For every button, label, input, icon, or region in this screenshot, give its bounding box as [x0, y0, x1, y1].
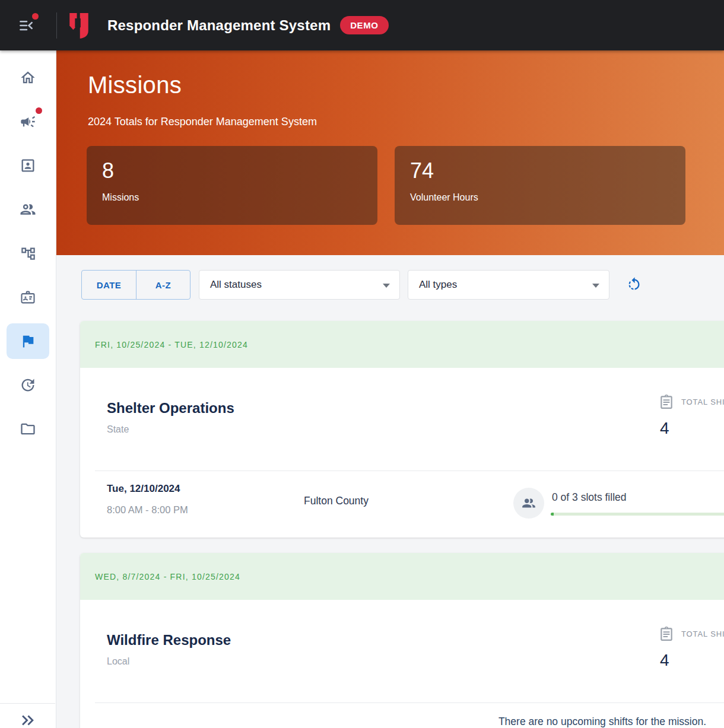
- sidebar-item-contacts[interactable]: [7, 148, 49, 183]
- mission-date-range-banner: FRI, 10/25/2024 - TUE, 12/10/2024: [80, 321, 724, 368]
- id-badge-icon: [20, 289, 36, 306]
- slots-progress-fill: [551, 513, 554, 516]
- topbar-divider: [56, 12, 57, 39]
- mission-card-body: Shelter Operations State TOTAL SHIFTS 4: [80, 368, 724, 471]
- people-small-icon: [521, 495, 536, 511]
- slots-progress-bar: [551, 513, 724, 516]
- slots-filled-text: 0 of 3 slots filled: [552, 491, 626, 504]
- megaphone-icon: [20, 113, 36, 130]
- sidebar-expand-button[interactable]: [18, 702, 38, 728]
- org-chart-icon: [20, 246, 36, 262]
- sort-alphabetical-button[interactable]: A-Z: [136, 271, 190, 299]
- stat-card-volunteer-hours: 74 Volunteer Hours: [395, 146, 685, 225]
- sidebar-item-files[interactable]: [7, 411, 49, 447]
- people-icon: [19, 201, 37, 218]
- shift-time: 8:00 AM - 8:00 PM: [107, 504, 188, 516]
- total-shifts-block: TOTAL SHIFTS 4: [659, 394, 724, 438]
- notification-dot: [32, 13, 39, 20]
- clipboard-icon: [659, 394, 674, 409]
- page-title: Missions: [88, 72, 724, 98]
- mission-card-shelter-operations[interactable]: FRI, 10/25/2024 - TUE, 12/10/2024 Shelte…: [80, 321, 724, 538]
- total-shifts-value: 4: [660, 651, 724, 670]
- slots-avatar: [513, 488, 544, 519]
- missions-count-label: Missions: [102, 192, 362, 203]
- mission-list: FRI, 10/25/2024 - TUE, 12/10/2024 Shelte…: [80, 321, 724, 728]
- mission-name: Wildfire Response: [107, 632, 724, 648]
- filter-bar: DATE A-Z All statuses All types: [56, 255, 724, 320]
- app-logo-icon: [66, 9, 91, 42]
- double-chevron-right-icon: [18, 710, 38, 728]
- page-subtitle: 2024 Totals for Responder Management Sys…: [88, 116, 724, 128]
- home-icon: [20, 69, 36, 86]
- volunteer-hours-label: Volunteer Hours: [410, 192, 670, 203]
- sort-by-date-button[interactable]: DATE: [82, 271, 136, 299]
- sidebar-item-home[interactable]: [7, 60, 49, 96]
- hero-header: Missions 2024 Totals for Responder Manag…: [56, 50, 724, 255]
- history-clock-icon: [20, 377, 36, 393]
- mission-level: Local: [107, 656, 724, 667]
- chevron-down-icon: [383, 284, 390, 288]
- stat-card-missions: 8 Missions: [87, 146, 377, 225]
- shift-date: Tue, 12/10/2024: [107, 483, 180, 495]
- sidebar: [0, 50, 56, 728]
- shift-row[interactable]: Tue, 12/10/2024 8:00 AM - 8:00 PM Fulton…: [80, 471, 724, 538]
- no-shifts-row: There are no upcoming shifts for the mis…: [80, 703, 724, 728]
- sidebar-footer: [0, 703, 55, 728]
- sort-toggle-group: DATE A-Z: [81, 270, 190, 300]
- sidebar-item-missions[interactable]: [7, 323, 49, 359]
- sidebar-item-id-badge[interactable]: [7, 279, 49, 315]
- no-upcoming-shifts-message: There are no upcoming shifts for the mis…: [498, 716, 706, 727]
- type-filter-dropdown[interactable]: All types: [408, 270, 609, 300]
- mission-name: Shelter Operations: [107, 400, 724, 417]
- type-filter-value: All types: [419, 279, 457, 291]
- total-shifts-block: TOTAL SHIFTS 4: [659, 626, 724, 670]
- clipboard-icon: [659, 626, 674, 641]
- refresh-button[interactable]: [626, 276, 642, 294]
- sidebar-item-history[interactable]: [7, 367, 49, 403]
- total-shifts-label: TOTAL SHIFTS: [681, 630, 724, 638]
- status-filter-dropdown[interactable]: All statuses: [199, 270, 400, 300]
- contact-card-icon: [20, 157, 36, 174]
- mission-date-range: WED, 8/7/2024 - FRI, 10/25/2024: [95, 572, 240, 581]
- mission-card-wildfire-response[interactable]: WED, 8/7/2024 - FRI, 10/25/2024 Wildfire…: [80, 553, 724, 728]
- mission-card-body: Wildfire Response Local TOTAL SHIFTS 4: [80, 600, 724, 702]
- missions-count: 8: [102, 159, 362, 183]
- volunteer-hours-count: 74: [410, 159, 670, 183]
- demo-badge: DEMO: [340, 16, 388, 34]
- app-title: Responder Management System: [107, 17, 331, 34]
- sidebar-item-announcements[interactable]: [7, 104, 49, 139]
- topbar: Responder Management System DEMO: [0, 0, 724, 50]
- chevron-down-icon: [592, 284, 599, 288]
- refresh-icon: [626, 276, 642, 293]
- mission-date-range-banner: WED, 8/7/2024 - FRI, 10/25/2024: [80, 553, 724, 600]
- stats-row: 8 Missions 74 Volunteer Hours: [87, 146, 724, 225]
- total-shifts-value: 4: [660, 419, 724, 438]
- menu-toggle-button[interactable]: [9, 8, 45, 43]
- flag-icon: [20, 333, 36, 349]
- sidebar-item-people[interactable]: [7, 192, 49, 227]
- mission-level: State: [107, 424, 724, 435]
- mission-date-range: FRI, 10/25/2024 - TUE, 12/10/2024: [95, 340, 248, 349]
- total-shifts-label: TOTAL SHIFTS: [681, 398, 724, 406]
- shift-location: Fulton County: [304, 495, 369, 507]
- status-filter-value: All statuses: [210, 279, 262, 291]
- folder-icon: [20, 421, 36, 437]
- announcements-badge-dot: [36, 107, 42, 114]
- sidebar-item-org-chart[interactable]: [7, 236, 49, 271]
